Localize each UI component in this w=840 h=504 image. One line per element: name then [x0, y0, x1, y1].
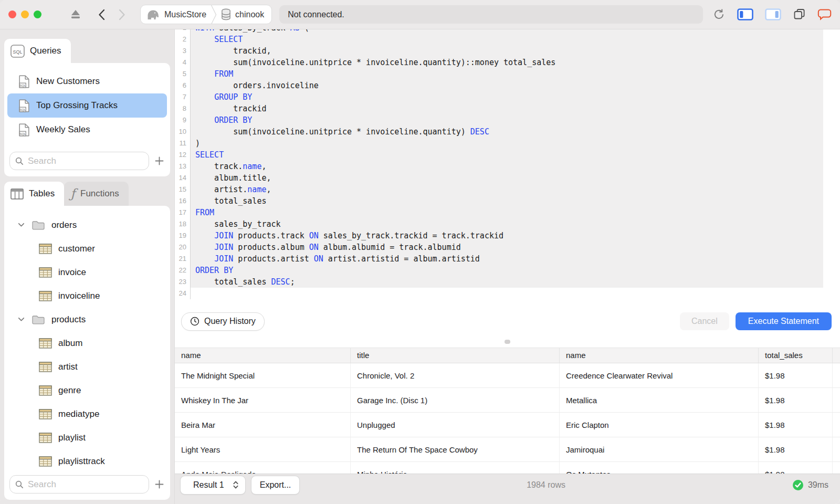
sql-editor[interactable]: 1WITH sales_by_track AS (2 SELECT3 track… [175, 29, 840, 307]
table-cell[interactable]: Chronicle, Vol. 2 [351, 363, 560, 388]
cancel-button[interactable]: Cancel [680, 312, 729, 330]
table-cell[interactable]: Creedence Clearwater Revival [560, 363, 759, 388]
tree-table-invoice[interactable]: invoice [4, 260, 170, 284]
back-button[interactable] [98, 9, 105, 20]
table-cell[interactable]: The Return Of The Space Cowboy [351, 437, 560, 462]
windows-icon[interactable] [793, 8, 806, 21]
chevron-down-icon[interactable] [18, 223, 25, 227]
table-cell[interactable]: $1.98 [759, 363, 833, 388]
feedback-bubble-icon[interactable] [817, 8, 832, 21]
code-line-16[interactable]: 16 total_sales [175, 195, 840, 207]
code-line-10[interactable]: 10 sum(invoiceline.unitprice * invoiceli… [175, 126, 840, 138]
table-cell[interactable]: $1.98 [759, 437, 833, 462]
table-cell[interactable]: $1.98 [759, 413, 833, 437]
code-line-3[interactable]: 3 trackid, [175, 45, 840, 57]
table-cell[interactable]: Garage Inc. (Disc 1) [351, 388, 560, 413]
code-line-6[interactable]: 6 orders.invoiceline [175, 80, 840, 91]
tab-queries[interactable]: SQL Queries [4, 39, 71, 63]
query-item-weekly-sales[interactable]: SQLWeekly Sales [7, 118, 167, 142]
add-query-button[interactable] [153, 156, 165, 165]
code-line-21[interactable]: 21 JOIN products.artist ON artist.artist… [175, 253, 840, 265]
export-button[interactable]: Export... [251, 476, 300, 495]
table-row[interactable]: The Midnight SpecialChronicle, Vol. 2Cre… [175, 363, 840, 388]
code-line-5[interactable]: 5 FROM [175, 68, 840, 80]
toggle-left-sidebar-icon[interactable] [737, 8, 753, 21]
code-line-7[interactable]: 7 GROUP BY [175, 91, 840, 103]
tab-functions-label: Functions [80, 188, 119, 199]
results-column-header[interactable]: name [560, 348, 759, 363]
table-cell[interactable]: Metallica [560, 388, 759, 413]
code-line-14[interactable]: 14 album.title, [175, 172, 840, 184]
table-cell[interactable]: Beira Mar [175, 413, 351, 437]
result-selector[interactable]: Result 1 [180, 476, 246, 495]
zoom-window-button[interactable] [34, 10, 41, 18]
tree-folder-label: orders [51, 220, 77, 230]
tables-search-input[interactable] [28, 479, 143, 490]
code-line-22[interactable]: 22ORDER BY [175, 265, 840, 276]
tree-table-album[interactable]: album [4, 331, 170, 355]
table-cell[interactable]: Eric Clapton [560, 413, 759, 437]
table-cell[interactable]: Os Mutantes [560, 462, 759, 474]
table-cell[interactable]: Ando Meio Desligado [175, 462, 351, 474]
minimize-window-button[interactable] [21, 10, 29, 18]
code-line-17[interactable]: 17FROM [175, 207, 840, 218]
breadcrumb-server[interactable]: MusicStore [146, 8, 206, 20]
table-row[interactable]: Beira MarUnpluggedEric Clapton$1.98 [175, 413, 840, 437]
code-line-19[interactable]: 19 JOIN products.track ON sales_by_track… [175, 230, 840, 242]
refresh-icon[interactable] [712, 8, 726, 21]
disconnect-eject-icon[interactable] [70, 9, 81, 20]
code-line-4[interactable]: 4 sum(invoiceline.unitprice * invoicelin… [175, 57, 840, 68]
code-line-20[interactable]: 20 JOIN products.album ON album.albumid … [175, 242, 840, 253]
tree-folder-orders[interactable]: orders [4, 213, 170, 237]
results-column-header[interactable]: total_sales [759, 348, 833, 363]
close-window-button[interactable] [8, 10, 16, 18]
table-cell[interactable]: Unplugged [351, 413, 560, 437]
execute-statement-button[interactable]: Execute Statement [736, 312, 832, 330]
line-number: 6 [175, 80, 191, 91]
table-cell[interactable]: Whiskey In The Jar [175, 388, 351, 413]
table-row[interactable]: Whiskey In The JarGarage Inc. (Disc 1)Me… [175, 388, 840, 413]
table-cell[interactable]: Light Years [175, 437, 351, 462]
tab-functions[interactable]: ƒ Functions [64, 182, 129, 206]
query-item-new-customers[interactable]: SQLNew Customers [7, 69, 167, 93]
forward-button[interactable] [119, 9, 125, 20]
query-history-button[interactable]: Query History [181, 312, 265, 331]
sql-file-icon: SQL [19, 75, 29, 88]
code-line-2[interactable]: 2 SELECT [175, 34, 840, 45]
results-splitter[interactable] [175, 336, 840, 348]
tree-table-playlist[interactable]: playlist [4, 426, 170, 449]
table-row[interactable]: Ando Meio DesligadoMinha HistóriaOs Muta… [175, 462, 840, 474]
tree-table-genre[interactable]: genre [4, 379, 170, 402]
table-cell[interactable]: The Midnight Special [175, 363, 351, 388]
code-line-23[interactable]: 23 total_sales DESC; [175, 276, 840, 288]
tree-table-mediatype[interactable]: mediatype [4, 402, 170, 426]
toggle-right-sidebar-icon[interactable] [765, 8, 781, 21]
table-cell[interactable]: $1.98 [759, 388, 833, 413]
chevron-down-icon[interactable] [18, 317, 25, 322]
tree-table-artist[interactable]: artist [4, 355, 170, 379]
code-line-24[interactable]: 24 [175, 288, 840, 299]
code-line-15[interactable]: 15 artist.name, [175, 184, 840, 195]
code-line-13[interactable]: 13 track.name, [175, 161, 840, 172]
tab-tables[interactable]: Tables [4, 182, 64, 206]
table-cell[interactable]: Jamiroquai [560, 437, 759, 462]
tree-folder-products[interactable]: products [4, 308, 170, 331]
tree-table-customer[interactable]: customer [4, 237, 170, 260]
results-column-header[interactable]: title [351, 348, 560, 363]
code-line-11[interactable]: 11) [175, 138, 840, 149]
table-cell[interactable]: Minha História [351, 462, 560, 474]
results-column-header[interactable]: name [175, 348, 351, 363]
code-line-12[interactable]: 12SELECT [175, 149, 840, 161]
code-line-18[interactable]: 18 sales_by_track [175, 218, 840, 230]
table-row[interactable]: Light YearsThe Return Of The Space Cowbo… [175, 437, 840, 462]
tree-table-playlisttrack[interactable]: playlisttrack [4, 449, 170, 473]
code-line-9[interactable]: 9 ORDER BY [175, 114, 840, 126]
code-line-8[interactable]: 8 trackid [175, 103, 840, 114]
queries-search-input[interactable] [28, 156, 143, 166]
breadcrumb-database[interactable]: chinook [221, 8, 264, 20]
code-line-1[interactable]: 1WITH sales_by_track AS ( [175, 29, 840, 34]
add-table-button[interactable] [153, 480, 165, 489]
query-item-top-grossing-tracks[interactable]: SQLTop Grossing Tracks [7, 93, 167, 118]
tree-table-invoiceline[interactable]: invoiceline [4, 284, 170, 308]
table-cell[interactable]: $1.98 [759, 462, 833, 474]
